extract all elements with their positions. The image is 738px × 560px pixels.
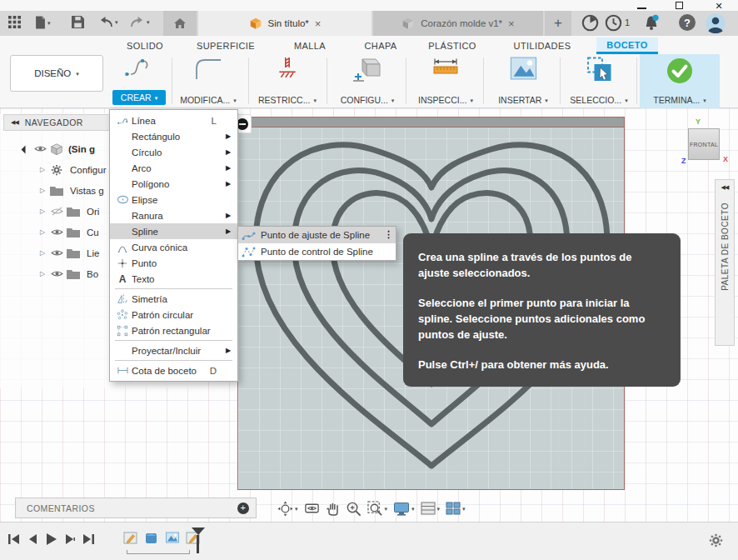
home-view-button[interactable] xyxy=(163,11,197,36)
file-menu-icon[interactable] xyxy=(35,16,51,29)
expand-triangle-icon[interactable] xyxy=(37,166,48,173)
add-comment-icon[interactable]: + xyxy=(237,502,249,514)
expanded-triangle-icon[interactable] xyxy=(20,143,32,155)
menu-item-spline[interactable]: Spline xyxy=(110,223,237,239)
skip-to-start-icon[interactable] xyxy=(8,533,19,545)
document-tab-inactive[interactable]: Corazón molde v1* xyxy=(373,11,543,36)
tab-solido[interactable]: SOLIDO xyxy=(120,38,170,54)
timeline-canvas-feature-icon[interactable] xyxy=(165,530,180,545)
expand-triangle-icon[interactable] xyxy=(37,249,48,257)
browser-row-vistas[interactable]: Vistas g xyxy=(37,180,104,201)
modificar-button[interactable]: MODIFICA... xyxy=(180,95,237,105)
restricciones-button[interactable]: RESTRICC... xyxy=(258,95,317,105)
timeline-sketch-feature-icon[interactable] xyxy=(123,530,138,545)
browser-row-lienzos[interactable]: Lie xyxy=(37,242,99,263)
configurar-button[interactable]: CONFIGU... xyxy=(341,95,395,105)
job-status-icon[interactable] xyxy=(581,14,599,32)
menu-item-punto[interactable]: Punto xyxy=(110,255,237,271)
group-configurar[interactable]: CONFIGU... xyxy=(333,54,401,108)
view-cube[interactable]: FRONTAL xyxy=(688,128,720,160)
minimize-icon[interactable] xyxy=(636,2,648,10)
redo-icon[interactable] xyxy=(130,16,150,28)
fit-button[interactable] xyxy=(367,501,388,517)
tab-boceto[interactable]: BOCETO xyxy=(596,38,658,54)
menu-item-circulo[interactable]: Círculo xyxy=(110,144,237,160)
group-insertar[interactable]: INSERTAR xyxy=(490,54,556,108)
browser-row-cuerpos[interactable]: Cu xyxy=(37,222,99,242)
collapse-browser-icon[interactable] xyxy=(11,119,18,126)
close-tab-icon[interactable] xyxy=(315,18,322,29)
group-crear[interactable]: CREAR xyxy=(108,54,170,108)
menu-item-rectangulo[interactable]: Rectángulo xyxy=(110,128,237,144)
tab-superficie[interactable]: SUPERFICIE xyxy=(187,38,265,54)
play-icon[interactable] xyxy=(46,532,57,546)
orbit-button[interactable] xyxy=(277,501,298,517)
expand-triangle-icon[interactable] xyxy=(37,208,48,215)
submenu-item-punto-control[interactable]: Punto de control de Spline xyxy=(238,243,396,260)
eye-icon[interactable] xyxy=(48,269,65,278)
zoom-button[interactable] xyxy=(346,501,362,517)
timeline-body-feature-icon[interactable] xyxy=(144,530,159,545)
pan-button[interactable] xyxy=(326,501,340,516)
crear-button[interactable]: CREAR xyxy=(112,90,166,105)
help-icon[interactable]: ? xyxy=(679,14,696,31)
tab-malla[interactable]: MALLA xyxy=(285,38,335,54)
seleccionar-button[interactable]: SELECCIO... xyxy=(570,95,627,105)
viewports-button[interactable] xyxy=(446,502,466,515)
menu-item-ranura[interactable]: Ranura xyxy=(110,208,237,223)
tab-utilidades[interactable]: UTILIDADES xyxy=(506,38,578,54)
app-grid-icon[interactable] xyxy=(8,16,21,28)
comments-bar[interactable]: COMENTARIOS + xyxy=(15,498,257,518)
avatar[interactable] xyxy=(706,13,726,33)
menu-item-patron-rectangular[interactable]: Patrón rectangular xyxy=(110,322,237,338)
group-inspeccionar[interactable]: INSPECCI... xyxy=(412,54,479,108)
step-forward-icon[interactable] xyxy=(65,533,75,545)
browser-row-configuracion[interactable]: Configur xyxy=(37,159,106,180)
group-restricciones[interactable]: RESTRICC... xyxy=(254,54,321,108)
menu-item-simetria[interactable]: Simetría xyxy=(110,291,237,307)
menu-item-patron-circular[interactable]: Patrón circular xyxy=(110,307,237,322)
menu-item-elipse[interactable]: Elipse xyxy=(110,192,237,208)
look-at-button[interactable] xyxy=(304,502,320,515)
expand-triangle-icon[interactable] xyxy=(37,228,48,236)
restore-window-icon[interactable] xyxy=(674,2,686,10)
menu-item-poligono[interactable]: Polígono xyxy=(110,176,237,192)
insertar-button[interactable]: INSERTAR xyxy=(498,95,548,105)
eye-off-icon[interactable] xyxy=(48,207,65,216)
grid-and-snaps-button[interactable] xyxy=(421,502,441,515)
history-clock-icon[interactable] xyxy=(605,14,622,32)
new-tab-button[interactable]: + xyxy=(545,11,571,36)
notifications-bell-icon[interactable] xyxy=(643,14,660,31)
terminar-button[interactable]: TERMINA... xyxy=(653,95,706,105)
expand-triangle-icon[interactable] xyxy=(37,187,48,194)
sketch-palette-panel[interactable]: PALETA DE BOCETO xyxy=(715,179,735,346)
save-icon[interactable] xyxy=(72,16,84,28)
group-terminar-boceto[interactable]: TERMINA... xyxy=(640,54,720,108)
model-canvas[interactable]: FRONTAL Y X Z PALETA DE BOCETO NAVEGADOR… xyxy=(0,108,738,522)
tab-plastico[interactable]: PLÁSTICO xyxy=(421,38,483,54)
menu-item-linea[interactable]: Línea L xyxy=(110,112,237,128)
tab-chapa[interactable]: CHAPA xyxy=(357,38,405,54)
timeline-settings-gear-icon[interactable] xyxy=(709,533,723,548)
group-modificar[interactable]: MODIFICA... xyxy=(175,54,242,108)
menu-item-texto[interactable]: Texto xyxy=(110,271,237,287)
eye-icon[interactable] xyxy=(48,248,65,258)
expand-palette-icon[interactable] xyxy=(721,184,729,191)
document-tab-active[interactable]: Sin título* xyxy=(198,11,371,36)
eye-icon[interactable] xyxy=(32,144,48,153)
timeline-playhead[interactable] xyxy=(192,528,205,552)
menu-item-cota-de-boceto[interactable]: Cota de boceto D xyxy=(110,362,237,378)
skip-to-end-icon[interactable] xyxy=(83,533,94,545)
group-seleccionar[interactable]: SELECCIO... xyxy=(565,54,633,108)
browser-row-bocetos[interactable]: Bo xyxy=(37,263,98,284)
inspeccionar-button[interactable]: INSPECCI... xyxy=(418,95,473,105)
workspace-selector[interactable]: DISEÑO xyxy=(10,55,103,92)
expand-triangle-icon[interactable] xyxy=(37,270,48,278)
menu-item-arco[interactable]: Arco xyxy=(110,160,237,176)
display-settings-button[interactable] xyxy=(393,502,415,516)
menu-item-curva-conica[interactable]: Curva cónica xyxy=(110,239,237,255)
browser-row-origen[interactable]: Ori xyxy=(37,201,99,222)
submenu-item-punto-ajuste[interactable]: Punto de ajuste de Spline ⋮ xyxy=(238,227,396,243)
step-back-icon[interactable] xyxy=(27,533,37,545)
menu-item-proyectar-incluir[interactable]: Proyectar/Incluir xyxy=(110,342,237,358)
